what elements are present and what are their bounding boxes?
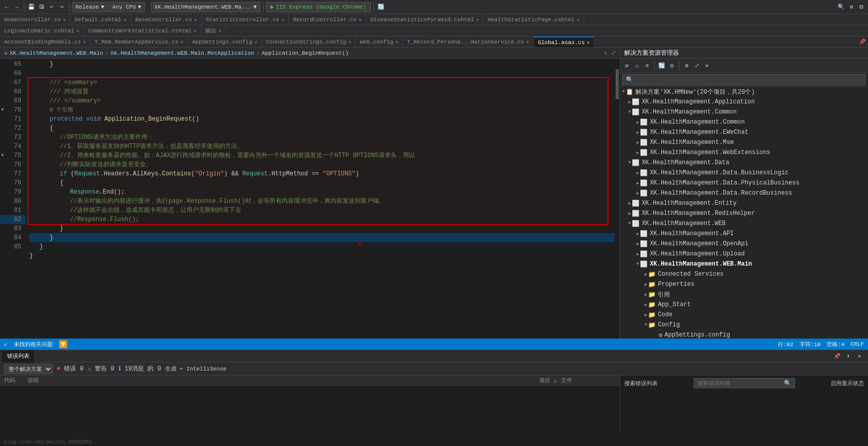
col-file-header[interactable]: 文件: [559, 377, 620, 384]
save-icon[interactable]: 💾: [27, 3, 36, 12]
error-filter-select[interactable]: 整个解决方案: [4, 364, 53, 374]
close-record[interactable]: ✕: [359, 17, 362, 23]
play-button[interactable]: ▶ IIS Express (Google Chrome): [266, 2, 371, 12]
se-item-common-root[interactable]: ▼ ⬜ XK.HealthManagement.Common: [620, 107, 868, 117]
se-item-code[interactable]: ▶ 📁 Code: [620, 310, 868, 320]
se-item-redis[interactable]: ▶ ⬜ XK.HealthManagement.RedisHelper: [620, 208, 868, 218]
se-item-physicalbusiness[interactable]: ▶ ⬜ XK.HealthManagement.Data.PhysicalBus…: [620, 178, 868, 188]
se-item-upload[interactable]: ▶ ⬜ XK.HealthManagement.Upload: [620, 249, 868, 259]
branch-dropdown[interactable]: Release ▼: [72, 2, 108, 12]
tab-webconfig[interactable]: Web.config ✕: [356, 36, 403, 48]
window-icon[interactable]: ⧉: [857, 3, 866, 12]
close-trecord[interactable]: ✕: [526, 39, 529, 45]
se-item-recordbusiness[interactable]: ▶ ⬜ XK.HealthManagement.Data.RecordBusin…: [620, 188, 868, 198]
forward-icon[interactable]: →: [12, 3, 21, 12]
tab-tmem[interactable]: T_Mem_MemberAppService.cs ✕: [91, 36, 188, 48]
se-item-references[interactable]: ▶ 📁 引用: [620, 289, 868, 300]
close-account[interactable]: ✕: [83, 39, 86, 45]
close-disease[interactable]: ✕: [476, 17, 479, 23]
close-login[interactable]: ✕: [77, 28, 80, 34]
col-desc-header[interactable]: 说明: [25, 377, 537, 384]
refresh-icon[interactable]: 🔄: [376, 3, 386, 12]
back-icon[interactable]: ←: [2, 3, 11, 12]
tab-recordcontroller[interactable]: RecordController.cs ✕: [289, 14, 366, 25]
se-item-properties[interactable]: ▶ 📁 Properties: [620, 279, 868, 289]
undo-icon[interactable]: ↩: [47, 3, 56, 12]
tab-appsettings[interactable]: AppSettings.config ✕: [188, 36, 262, 48]
expand-editor-icon[interactable]: ⤢: [611, 50, 616, 56]
se-close-icon[interactable]: ✕: [702, 61, 711, 70]
close-health[interactable]: ✕: [577, 17, 580, 23]
tab-trecord[interactable]: T_Record_Persona...mationService.cs ✕: [403, 36, 534, 48]
se-item-appstart[interactable]: ▶ 📁 App_Start: [620, 300, 868, 310]
se-item-config[interactable]: ▼ 📁 Config: [620, 320, 868, 330]
se-item-data-root[interactable]: ▼ ⬜ XK.HealthManagement.Data: [620, 158, 868, 168]
se-home-icon[interactable]: ⌂: [632, 61, 641, 70]
col-project-header[interactable]: 项目 △: [537, 377, 559, 384]
se-item-web-root[interactable]: ▼ ⬜ XK.HealthManagement.WEB: [620, 218, 868, 229]
se-item-api[interactable]: ▶ ⬜ XK.HealthManagement.API: [620, 229, 868, 239]
se-sync-icon[interactable]: ⇄: [622, 61, 631, 70]
error-search-input[interactable]: [697, 380, 784, 386]
tab-healthstatistic[interactable]: HealthStatisticPage.cshtml ✕: [483, 14, 584, 25]
save-all-icon[interactable]: 🖫: [37, 3, 46, 12]
se-item-appsettingsconfig[interactable]: ⚙ AppSettings.config: [620, 330, 868, 339]
settings-icon[interactable]: ⚙: [847, 3, 856, 12]
close-homecontroller[interactable]: ✕: [63, 17, 66, 23]
bottom-pin-icon[interactable]: 📌: [833, 352, 842, 361]
editor-scrollbar-thumb[interactable]: [616, 69, 619, 99]
tab-output[interactable]: 输出 ✕: [201, 25, 226, 36]
tab-statisticcontroller[interactable]: StatisticController.cs ✕: [202, 14, 289, 25]
close-community[interactable]: ✕: [194, 28, 197, 34]
close-output[interactable]: ✕: [218, 28, 221, 34]
close-statistic[interactable]: ✕: [281, 17, 284, 23]
tab-globalasax[interactable]: Global.asax.cs ✕: [534, 36, 594, 48]
bottom-expand-icon[interactable]: ⬆: [844, 352, 853, 361]
se-item-application[interactable]: ▶ ⬜ XK.HealthManagement.Application: [620, 97, 868, 107]
tab-loginautomatic[interactable]: LoginAutomatic.cshtml ✕: [0, 25, 84, 36]
se-item-webext[interactable]: ▶ ⬜ XK.HealthManagement.WebExtensions: [620, 147, 868, 158]
se-item-ewechat[interactable]: ▶ ⬜ XK.HealthManagement.EWeChat: [620, 127, 868, 137]
close-tmem[interactable]: ✕: [180, 39, 183, 45]
se-item-connectedservices[interactable]: ▶ 📁 Connected Services: [620, 269, 868, 279]
pin-button[interactable]: 📌: [857, 39, 868, 45]
se-item-common[interactable]: ▶ ⬜ XK.HealthManagement.Common: [620, 117, 868, 127]
se-item-webmain[interactable]: ▼ ⬜ XK.HealthManagement.WEB.Main: [620, 259, 868, 269]
close-base[interactable]: ✕: [194, 17, 197, 23]
bottom-close-icon[interactable]: ✕: [855, 352, 864, 361]
close-appsettings[interactable]: ✕: [254, 39, 257, 45]
redo-icon[interactable]: ↪: [57, 3, 66, 12]
se-item-solution[interactable]: ▼ 📋 解决方案'XK.HMNew'(20个项目，共20个): [620, 87, 868, 97]
se-search-input[interactable]: [635, 77, 862, 83]
pin-editor-icon[interactable]: ⬆: [603, 50, 607, 56]
search-icon[interactable]: 🔍: [837, 3, 846, 12]
se-refresh-icon[interactable]: 🔄: [657, 61, 666, 70]
se-item-entity[interactable]: ▶ ⬜ XK.HealthManagement.Entity: [620, 198, 868, 208]
col-code-header[interactable]: 代码: [0, 377, 25, 384]
close-webconfig[interactable]: ✕: [395, 39, 398, 45]
tab-basecontroller[interactable]: BaseController.cs ✕: [131, 14, 202, 25]
se-item-businesslogic[interactable]: ▶ ⬜ XK.HealthManagement.Data.BusinessLog…: [620, 168, 868, 178]
close-connectionstrings[interactable]: ✕: [348, 39, 351, 45]
close-default[interactable]: ✕: [124, 17, 127, 23]
code-lines[interactable]: } /// <summary> /// 跨域设置 /// </summary>: [25, 59, 615, 339]
tab-defaultcshtml[interactable]: Default.cshtml ✕: [70, 14, 131, 25]
se-expand-icon[interactable]: ⤢: [692, 61, 701, 70]
bottom-tab-errorlist[interactable]: 错误列表: [2, 350, 35, 362]
tab-homecontroller[interactable]: HomeController.cs ✕: [0, 14, 70, 25]
se-filter-icon[interactable]: ≡: [643, 61, 652, 70]
platform-dropdown[interactable]: Any CPU ▼: [109, 2, 145, 12]
editor-scrollbar[interactable]: ↓: [615, 59, 620, 339]
project-dropdown[interactable]: XK.HealthManagement.WEB.Ma... ▼: [151, 2, 260, 12]
collapse-75-icon[interactable]: ▼: [1, 151, 4, 160]
tab-accountbinding[interactable]: AccountBindingModels.cs ✕: [0, 36, 91, 48]
se-settings-icon[interactable]: ⚙: [682, 61, 691, 70]
se-item-msm[interactable]: ▶ ⬜ XK.HealthManagement.Msm: [620, 137, 868, 147]
close-global[interactable]: ✕: [587, 40, 590, 46]
tab-diseasestatistics[interactable]: DiseaseStatisticsPyramid.cshtml ✕: [366, 14, 484, 25]
se-collapse-icon[interactable]: ⊟: [667, 61, 676, 70]
tab-communitywork[interactable]: CommunityWorkStatistical.cshtml ✕: [84, 25, 202, 36]
se-item-openapi[interactable]: ▶ ⬜ XK.HealthManagement.OpenApi: [620, 239, 868, 249]
tab-connectionstrings[interactable]: ConnectionStrings.config ✕: [262, 36, 356, 48]
collapse-70-icon[interactable]: ▼: [1, 105, 4, 115]
